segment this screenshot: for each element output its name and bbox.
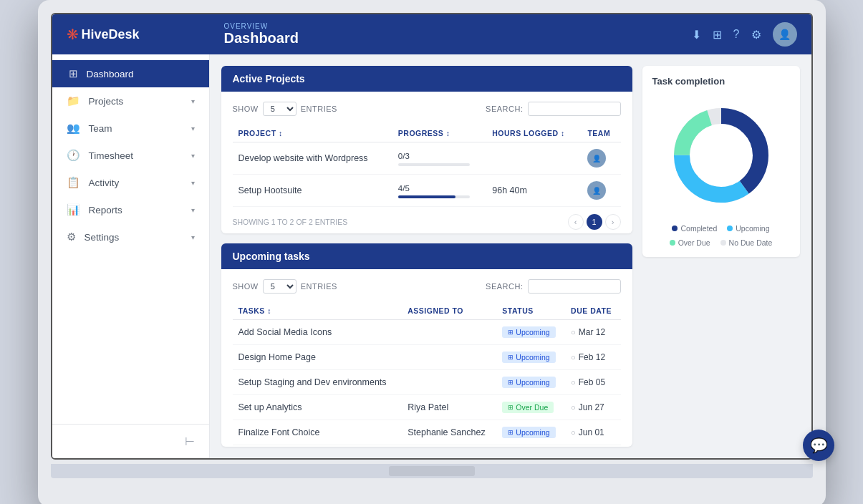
- settings-icon[interactable]: ⚙: [751, 28, 761, 42]
- chat-icon: 💬: [810, 437, 828, 454]
- next-page-button[interactable]: ›: [605, 214, 621, 230]
- task-status: ⊞ Over Due: [496, 394, 565, 420]
- project-name: Develop website with Wordpress: [233, 142, 392, 175]
- sidebar-item-reports[interactable]: 📊 Reports ▾: [52, 196, 209, 223]
- legend-label: No Due Date: [729, 238, 773, 247]
- col-due[interactable]: DUE DATE: [565, 302, 620, 320]
- tasks-table-controls: SHOW 5 10 ENTRIES SEARCH:: [233, 279, 621, 294]
- donut-svg: [664, 98, 778, 213]
- sidebar-item-team[interactable]: 👥 Team ▾: [52, 115, 209, 142]
- project-name: Setup Hootsuite: [233, 175, 392, 207]
- project-progress: 0/3: [392, 142, 486, 175]
- progress-bar-container: [398, 195, 470, 198]
- timesheet-icon: 🕐: [67, 149, 80, 162]
- question-icon[interactable]: ?: [733, 28, 740, 41]
- legend-overdue: Over Due: [670, 238, 710, 247]
- grid-icon[interactable]: ⊞: [713, 28, 722, 42]
- task-status: ⊞ Upcoming: [496, 319, 565, 344]
- page-1-button[interactable]: 1: [587, 214, 602, 230]
- assigned-to: Stephanie Sanchez: [402, 420, 496, 445]
- clock-icon: ○: [571, 403, 576, 412]
- col-assigned[interactable]: ASSIGNED TO: [402, 302, 496, 320]
- clock-icon: ○: [571, 353, 576, 362]
- show-label: SHOW: [233, 282, 259, 291]
- prev-page-button[interactable]: ‹: [568, 214, 584, 230]
- table-row: Add Social Media Icons ⊞ Upcoming: [233, 319, 621, 344]
- col-tasks[interactable]: TASKS ↕: [233, 302, 402, 320]
- sidebar-item-timesheet[interactable]: 🕐 Timesheet ▾: [52, 142, 209, 169]
- search-control: SEARCH:: [486, 102, 620, 116]
- sidebar-item-dashboard[interactable]: ⊞ Dashboard: [52, 60, 209, 87]
- search-control: SEARCH:: [486, 279, 620, 294]
- reports-icon: 📊: [67, 203, 80, 216]
- table-row: Setup Hootsuite 4/5 96h 40m: [233, 175, 621, 207]
- active-projects-body: SHOW 5 10 ENTRIES SEARCH:: [221, 92, 632, 233]
- sidebar-item-label: Reports: [89, 205, 122, 215]
- due-date: ○ Feb 12: [565, 344, 620, 369]
- projects-search-input[interactable]: [528, 102, 621, 116]
- task-status: ⊞ Upcoming: [496, 420, 565, 445]
- collapse-sidebar-button[interactable]: ⊢: [185, 435, 195, 448]
- sidebar-item-settings[interactable]: ⚙ Settings ▾: [52, 223, 209, 251]
- col-hours[interactable]: HOURS LOGGED ↕: [486, 125, 582, 142]
- col-status[interactable]: STATUS: [496, 302, 565, 320]
- chat-button[interactable]: 💬: [803, 430, 834, 461]
- sidebar-item-activity[interactable]: 📋 Activity ▾: [52, 169, 209, 196]
- sidebar-item-label: Activity: [89, 178, 120, 188]
- legend-label: Completed: [680, 224, 717, 233]
- app-body: ⊞ Dashboard 📁 Projects ▾ 👥 Team ▾ 🕐: [52, 54, 811, 458]
- chevron-icon: ▾: [191, 206, 195, 214]
- badge-icon: ⊞: [508, 329, 514, 336]
- status-badge: ⊞ Upcoming: [502, 427, 555, 438]
- badge-icon: ⊞: [508, 379, 514, 386]
- due-date: ○ Mar 12: [565, 319, 620, 344]
- team-cell: 👤: [582, 175, 620, 207]
- chevron-icon: ▾: [191, 152, 195, 160]
- task-name: Set up Analytics: [233, 394, 402, 420]
- table-header-row: TASKS ↕ ASSIGNED TO STATUS DUE DATE: [233, 302, 621, 320]
- due-date: ○ Jun 01: [565, 420, 620, 445]
- entries-label: ENTRIES: [301, 282, 337, 291]
- show-select[interactable]: 5 10: [263, 102, 296, 116]
- table-row: Set up Analytics Riya Patel ⊞ Over Due: [233, 394, 621, 420]
- col-team: TEAM: [582, 125, 620, 142]
- table-row: Design Home Page ⊞ Upcoming: [233, 344, 621, 369]
- trackpad: [389, 466, 475, 476]
- assigned-to: [402, 369, 496, 394]
- legend-label: Over Due: [678, 238, 710, 247]
- legend-dot: [670, 240, 675, 246]
- avatar[interactable]: 👤: [773, 22, 797, 47]
- project-progress: 4/5: [392, 175, 486, 207]
- tasks-search-input[interactable]: [528, 279, 621, 294]
- show-select[interactable]: 5 10: [263, 279, 296, 294]
- team-avatar: 👤: [587, 149, 606, 168]
- col-progress[interactable]: PROGRESS ↕: [392, 125, 486, 142]
- download-icon[interactable]: ⬇: [692, 28, 701, 42]
- progress-bar-container: [398, 163, 470, 166]
- legend-dot: [720, 240, 726, 246]
- active-projects-card: Active Projects SHOW 5 10: [221, 66, 632, 233]
- clock-icon: ○: [571, 328, 576, 336]
- chevron-icon: ▾: [191, 125, 195, 132]
- badge-icon: ⊞: [508, 404, 514, 411]
- assigned-to: Riya Patel: [402, 394, 496, 420]
- tasks-table: TASKS ↕ ASSIGNED TO STATUS DUE DATE: [233, 302, 621, 445]
- sidebar-item-projects[interactable]: 📁 Projects ▾: [52, 87, 209, 115]
- chart-legend: Completed Upcoming Over Due: [652, 224, 790, 247]
- projects-table: PROJECT ↕ PROGRESS ↕ HOURS LOGGED ↕ TEAM: [233, 125, 621, 207]
- col-project[interactable]: PROJECT ↕: [233, 125, 392, 142]
- app-header: ❋ HiveDesk OVERVIEW Dashboard ⬇ ⊞ ? ⚙ 👤: [52, 14, 811, 54]
- due-date: ○ Feb 05: [565, 369, 620, 394]
- sidebar: ⊞ Dashboard 📁 Projects ▾ 👥 Team ▾ 🕐: [52, 54, 210, 458]
- projects-table-controls: SHOW 5 10 ENTRIES SEARCH:: [233, 102, 621, 116]
- status-badge: ⊞ Upcoming: [502, 352, 555, 363]
- task-name: Add Social Media Icons: [233, 319, 402, 344]
- hours-logged: [486, 142, 582, 175]
- legend-completed: Completed: [672, 224, 717, 233]
- legend-nodue: No Due Date: [720, 238, 773, 247]
- content-right: Task completion: [642, 66, 800, 447]
- active-projects-header: Active Projects: [221, 66, 632, 92]
- assigned-to: [402, 344, 496, 369]
- search-label: SEARCH:: [486, 282, 523, 291]
- due-date: ○ Jun 27: [565, 394, 620, 420]
